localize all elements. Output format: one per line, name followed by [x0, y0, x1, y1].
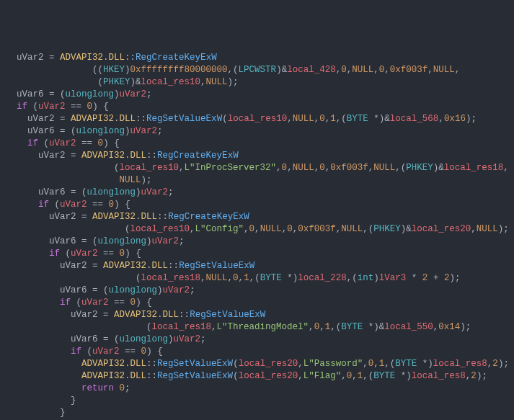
code-token: == — [81, 138, 92, 148]
code-token: 0 — [287, 224, 293, 234]
code-token: ,( — [347, 273, 358, 283]
code-token: ) { — [136, 298, 152, 308]
code-token: uVar2 — [81, 298, 109, 308]
code-token — [114, 249, 120, 259]
code-token: ( — [76, 187, 87, 197]
code-token: ) — [168, 334, 174, 344]
code-token: local_res8 — [412, 371, 466, 381]
code-token: BYTE — [341, 322, 363, 332]
code-token: = — [103, 334, 109, 344]
code-token: ( — [109, 334, 120, 344]
code-token: local_res18 — [141, 273, 201, 283]
code-token: ; — [200, 334, 206, 344]
code-token: ) { — [146, 347, 163, 357]
code-token: = — [71, 187, 76, 197]
code-token: . — [103, 53, 109, 63]
code-token: ulonglong — [109, 285, 158, 295]
code-token: == — [125, 347, 136, 357]
code-token: ) { — [103, 138, 120, 148]
code-token: , — [455, 65, 461, 75]
code-token: 0x16 — [444, 114, 466, 124]
code-token: (( — [6, 65, 103, 75]
code-token: uVar2 — [92, 347, 120, 357]
code-token: , — [352, 371, 358, 381]
code-token — [125, 298, 130, 308]
code-token: , — [179, 163, 185, 173]
code-token: BYTE — [347, 114, 368, 124]
code-token: uVar6 — [6, 285, 92, 295]
code-token: NULL — [120, 175, 141, 185]
code-token — [6, 383, 81, 393]
code-token: * — [373, 114, 379, 124]
code-token: ulonglong — [76, 126, 125, 136]
code-token: RegCreateKeyExW — [157, 151, 239, 161]
code-token: uVar2 — [6, 310, 103, 320]
code-token: if — [60, 298, 71, 308]
code-token: == — [114, 298, 125, 308]
code-token: ADVAPI32 — [114, 310, 157, 320]
code-token: uVar2 — [130, 126, 158, 136]
code-token: ; — [190, 285, 195, 295]
code-token: ( — [6, 273, 141, 283]
code-token — [109, 298, 115, 308]
code-token: :: — [125, 53, 136, 63]
code-token: ) — [373, 273, 379, 283]
code-token: ); — [460, 322, 471, 332]
code-token: L"Flag" — [303, 371, 342, 381]
code-token: uVar2 — [120, 89, 147, 99]
code-token — [6, 347, 71, 357]
code-token: . — [125, 151, 130, 161]
code-token: PHKEY — [103, 77, 130, 87]
code-token: ( — [81, 347, 92, 357]
code-token: ADVAPI32 — [103, 261, 146, 271]
code-token: * — [287, 273, 293, 283]
code-token: ( — [60, 249, 71, 259]
code-token: = — [60, 126, 66, 136]
code-token: 0xf003f — [298, 224, 336, 234]
code-token: NULL — [206, 273, 228, 283]
code-token: uVar2 — [60, 200, 87, 210]
code-token: uVar6 — [6, 89, 49, 99]
code-token: L"InProcServer32" — [185, 163, 277, 173]
code-token — [114, 383, 120, 393]
code-token: ,( — [228, 65, 239, 75]
code-token: ,( — [336, 114, 347, 124]
code-token: local_228 — [298, 273, 347, 283]
code-token: = — [103, 310, 109, 320]
code-token: L"Config" — [195, 224, 244, 234]
code-token — [81, 102, 87, 112]
code-token: uVar6 — [6, 187, 71, 197]
code-token — [417, 359, 422, 369]
code-token: RegSetValueExW — [157, 359, 233, 369]
code-token: )& — [433, 163, 444, 173]
code-token: lVar3 — [379, 273, 407, 283]
code-token: 2 — [492, 359, 498, 369]
code-token: :: — [136, 114, 146, 124]
code-token: int — [358, 273, 374, 283]
code-token: DLL — [120, 114, 136, 124]
code-token: NULL — [206, 77, 228, 87]
code-token: 1 — [244, 273, 249, 283]
code-token: RegSetValueExW — [179, 261, 254, 271]
code-token: ; — [168, 187, 174, 197]
code-token: ); — [228, 77, 239, 87]
code-token: :: — [168, 261, 179, 271]
code-token: local_res20 — [239, 359, 298, 369]
code-token: if — [17, 102, 27, 112]
code-token: , — [239, 273, 244, 283]
code-token: , — [298, 371, 303, 381]
code-token: ( — [233, 359, 239, 369]
code-token: , — [384, 65, 390, 75]
code-token: 2 — [471, 371, 477, 381]
code-token: ( — [6, 322, 152, 332]
code-token: local_res8 — [433, 359, 487, 369]
code-token: 0xf003f — [390, 65, 428, 75]
code-token: ,( — [249, 273, 260, 283]
code-token: uVar2 — [6, 261, 92, 271]
code-token: 0 — [87, 102, 93, 112]
code-token: ( — [38, 138, 49, 148]
code-token: RegCreateKeyExW — [136, 53, 217, 63]
code-token: )& — [373, 322, 384, 332]
code-token: ; — [179, 236, 185, 246]
code-token: ); — [449, 273, 460, 283]
